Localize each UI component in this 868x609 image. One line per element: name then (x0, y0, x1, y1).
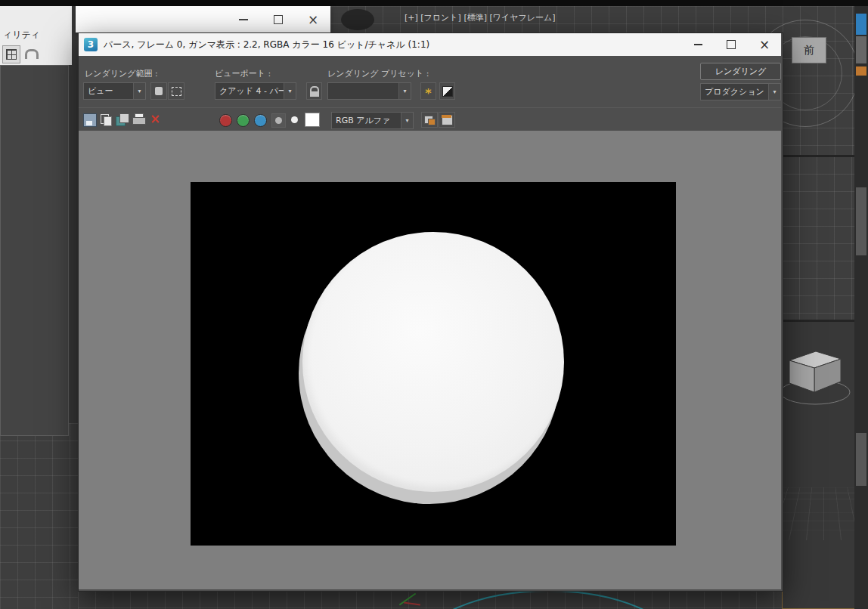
viewport-header-label[interactable]: [+] [フロント] [標準] [ワイヤフレーム] (405, 12, 556, 23)
preset-value (328, 83, 398, 99)
bottom-left-viewport[interactable] (0, 423, 78, 609)
channel-display-value: RGB アルファ (332, 113, 401, 128)
red-channel-icon[interactable] (219, 114, 232, 127)
rendered-frame-window: 3 パース, フレーム 0, ガンマ表示 : 2.2, RGBA カラー 16 … (78, 32, 783, 592)
range-dropdown[interactable]: ビュー ▾ (83, 82, 146, 100)
rfw-toolbar: レンダリング範囲 : ビュー ▾ ビューポート : クアッド 4 - パース ▾… (79, 56, 781, 108)
range-value: ビュー (84, 83, 133, 99)
background-floating-window[interactable]: × (76, 6, 330, 32)
command-panel-scroll-strip[interactable] (854, 6, 868, 609)
minimize-icon (239, 19, 248, 20)
viewcube-front-label: 前 (804, 44, 814, 57)
print-image-icon[interactable] (132, 113, 144, 125)
render-selected-icon[interactable] (150, 82, 167, 100)
maximize-icon (727, 40, 736, 49)
ui-toggle-icon[interactable] (439, 112, 455, 128)
clear-image-icon[interactable]: × (149, 111, 161, 126)
render-button-label: レンダリング (715, 66, 767, 77)
green-channel-icon[interactable] (237, 114, 250, 127)
disc-top-face (302, 232, 564, 492)
app-icon-glyph: 3 (88, 39, 94, 50)
edit-region-icon[interactable] (168, 82, 184, 100)
minimize-button[interactable] (226, 6, 261, 32)
window-title: パース, フレーム 0, ガンマ表示 : 2.2, RGBA カラー 16 ビッ… (104, 39, 429, 51)
copy-image-icon[interactable] (100, 113, 112, 125)
screen: { "background": { "viewport_header": "[+… (0, 0, 868, 609)
scroll-marker-orange[interactable] (856, 66, 866, 76)
app-icon: 3 (84, 38, 98, 51)
rfw-display-toolbar: × RGB アルファ ▾ (79, 107, 781, 132)
scroll-thumb-gray-2[interactable] (856, 187, 866, 255)
scroll-thumb-gray-1[interactable] (856, 36, 866, 63)
render-setup-icon[interactable]: * (420, 82, 436, 100)
monochrome-channel-icon[interactable] (271, 113, 286, 128)
minimize-icon (694, 44, 702, 45)
chevron-down-icon: ▾ (284, 83, 296, 99)
maximize-icon (274, 15, 283, 24)
utilities-panel-label: ィリティ (3, 29, 40, 42)
background-object-silhouette (341, 9, 374, 30)
rfw-minimize-button[interactable] (681, 33, 715, 56)
close-icon: × (759, 37, 770, 52)
channel-display-dropdown[interactable]: RGB アルファ ▾ (331, 112, 414, 129)
axis-x-icon (404, 601, 420, 605)
render-mode-dropdown[interactable]: プロダクション ▾ (700, 83, 781, 100)
render-canvas[interactable] (79, 131, 781, 589)
bottom-strip-viewport[interactable] (78, 590, 782, 609)
rendered-image[interactable] (191, 182, 676, 546)
top-titlebar-strip (0, 0, 868, 6)
rfw-maximize-button[interactable] (715, 33, 748, 56)
gamma-toggle-icon[interactable] (439, 82, 455, 100)
utility-grid-icon[interactable] (2, 45, 20, 63)
clone-window-icon[interactable] (116, 113, 128, 125)
lock-viewport-button[interactable] (306, 82, 322, 100)
background-color-swatch[interactable] (305, 113, 320, 127)
chevron-down-icon: ▾ (398, 83, 411, 99)
utilities-rollout-panel (0, 65, 69, 436)
cube-object[interactable] (782, 338, 854, 413)
lock-icon (310, 86, 319, 91)
scroll-thumb-blue[interactable] (856, 14, 866, 35)
viewport-label: ビューポート : (215, 68, 271, 79)
viewport-dropdown[interactable]: クアッド 4 - パース ▾ (215, 82, 296, 100)
rfw-close-button[interactable]: × (748, 33, 781, 56)
close-icon: × (308, 12, 318, 27)
chevron-down-icon: ▾ (133, 83, 145, 99)
ui-overlay-toggle-icon[interactable] (421, 112, 438, 128)
render-button[interactable]: レンダリング (700, 63, 781, 80)
close-button[interactable]: × (296, 6, 330, 32)
rfw-titlebar[interactable]: 3 パース, フレーム 0, ガンマ表示 : 2.2, RGBA カラー 16 … (79, 33, 781, 56)
chevron-down-icon: ▾ (401, 113, 413, 128)
alpha-channel-icon[interactable] (291, 116, 298, 123)
blue-channel-icon[interactable] (254, 114, 267, 127)
axis-gizmo (395, 591, 429, 609)
viewport-value: クアッド 4 - パース (215, 83, 284, 99)
preset-dropdown[interactable]: ▾ (327, 82, 411, 100)
scroll-thumb-gray-3[interactable] (856, 433, 866, 486)
chevron-down-icon: ▾ (768, 84, 780, 100)
magnet-icon[interactable] (23, 45, 40, 62)
preset-label: レンダリング プリセット : (327, 68, 429, 79)
maximize-button[interactable] (261, 6, 296, 32)
range-label: レンダリング範囲 : (85, 68, 158, 79)
save-image-icon[interactable] (83, 113, 97, 127)
viewcube-front[interactable]: 前 (792, 37, 826, 63)
render-mode-value: プロダクション (701, 84, 768, 100)
utilities-panel-header: ィリティ (0, 6, 72, 65)
